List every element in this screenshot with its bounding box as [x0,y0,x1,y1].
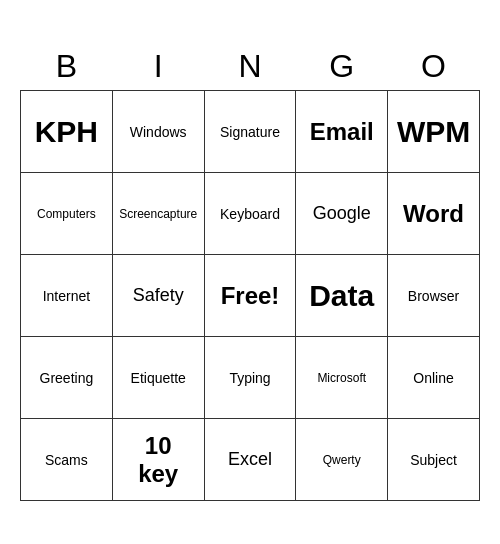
cell-text-part-0: 10 [145,432,172,459]
header-letter-I: I [112,43,204,91]
bingo-cell-4-3: Qwerty [296,419,388,501]
bingo-row-4: Scams10keyExcelQwertySubject [21,419,480,501]
bingo-cell-0-1: Windows [112,91,204,173]
bingo-cell-1-2: Keyboard [204,173,296,255]
header-letter-N: N [204,43,296,91]
header-letter-O: O [388,43,480,91]
bingo-cell-2-3: Data [296,255,388,337]
bingo-row-3: GreetingEtiquetteTypingMicrosoftOnline [21,337,480,419]
bingo-cell-3-4: Online [388,337,480,419]
bingo-cell-2-0: Internet [21,255,113,337]
bingo-cell-1-0: Computers [21,173,113,255]
header-letter-B: B [21,43,113,91]
bingo-header: BINGO [21,43,480,91]
bingo-row-2: InternetSafetyFree!DataBrowser [21,255,480,337]
bingo-cell-4-4: Subject [388,419,480,501]
bingo-cell-3-3: Microsoft [296,337,388,419]
bingo-cell-4-1: 10key [112,419,204,501]
bingo-cell-3-1: Etiquette [112,337,204,419]
bingo-cell-0-2: Signature [204,91,296,173]
header-letter-G: G [296,43,388,91]
bingo-cell-0-4: WPM [388,91,480,173]
bingo-cell-2-4: Browser [388,255,480,337]
bingo-row-0: KPHWindowsSignatureEmailWPM [21,91,480,173]
bingo-cell-1-1: Screencapture [112,173,204,255]
bingo-cell-3-2: Typing [204,337,296,419]
bingo-cell-3-0: Greeting [21,337,113,419]
bingo-cell-0-3: Email [296,91,388,173]
bingo-cell-0-0: KPH [21,91,113,173]
bingo-cell-4-2: Excel [204,419,296,501]
bingo-cell-2-1: Safety [112,255,204,337]
bingo-cell-1-4: Word [388,173,480,255]
bingo-cell-4-0: Scams [21,419,113,501]
bingo-row-1: ComputersScreencaptureKeyboardGoogleWord [21,173,480,255]
bingo-card: BINGO KPHWindowsSignatureEmailWPMCompute… [20,43,480,502]
bingo-cell-1-3: Google [296,173,388,255]
bingo-cell-2-2: Free! [204,255,296,337]
cell-text-part-1: key [138,460,178,487]
